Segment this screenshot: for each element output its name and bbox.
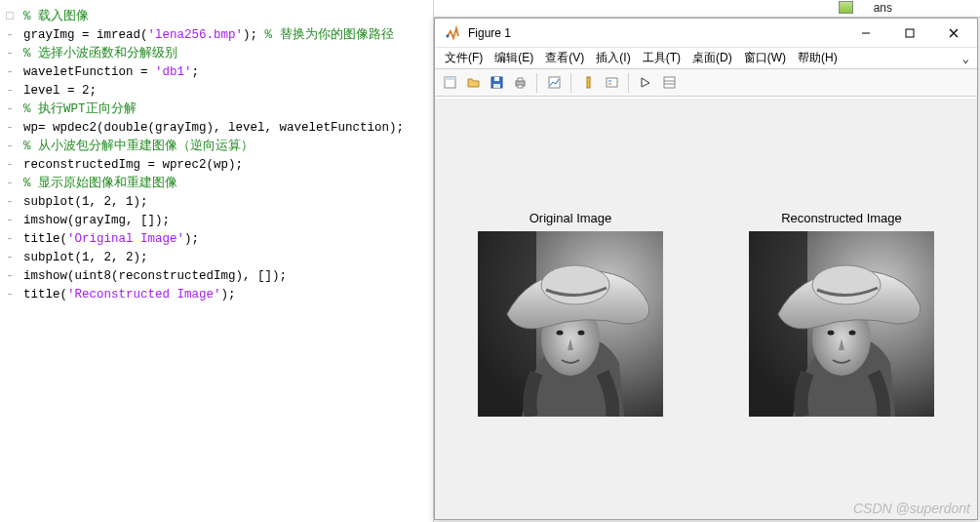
code-line[interactable]: -grayImg = imread('lena256.bmp'); % 替换为你…	[0, 26, 433, 45]
gutter-dash: □	[4, 8, 16, 26]
svg-point-24	[557, 331, 564, 336]
original-image	[478, 231, 663, 417]
save-icon[interactable]	[486, 72, 507, 94]
menu-edit[interactable]: 编辑(E)	[489, 50, 539, 66]
menubar[interactable]: 文件(F) 编辑(E) 查看(V) 插入(I) 工具(T) 桌面(D) 窗口(W…	[435, 48, 977, 69]
code-content: wp= wpdec2(double(grayImg), level, wavel…	[16, 119, 433, 138]
menu-window[interactable]: 窗口(W)	[738, 50, 792, 66]
code-content: title('Reconstructed Image');	[16, 286, 433, 304]
reconstructed-image	[749, 231, 934, 417]
insert-colorbar-icon[interactable]	[577, 72, 599, 94]
svg-point-30	[828, 331, 835, 336]
separator-icon	[628, 73, 629, 93]
code-content: subplot(1, 2, 1);	[16, 193, 433, 212]
gutter-dash: -	[4, 267, 16, 286]
titlebar[interactable]: Figure 1	[435, 19, 977, 48]
code-content: % 显示原始图像和重建图像	[16, 175, 433, 193]
workspace-strip: ans	[434, 0, 980, 18]
gutter-dash: -	[4, 26, 16, 45]
subplot-title: Original Image	[529, 211, 612, 225]
gutter-dash: -	[4, 193, 16, 212]
svg-rect-12	[518, 85, 523, 88]
code-line[interactable]: -level = 2;	[0, 82, 433, 100]
link-plot-icon[interactable]	[543, 72, 565, 94]
code-line[interactable]: -% 选择小波函数和分解级别	[0, 45, 433, 63]
gutter-dash: -	[4, 45, 16, 63]
svg-rect-15	[607, 78, 617, 87]
matlab-icon	[445, 25, 460, 41]
code-content: % 载入图像	[16, 8, 433, 26]
property-inspector-icon[interactable]	[658, 72, 680, 94]
code-line[interactable]: -title('Reconstructed Image');	[0, 286, 433, 304]
code-content: % 选择小波函数和分解级别	[16, 45, 433, 63]
close-button[interactable]	[931, 19, 975, 48]
gutter-dash: -	[4, 100, 16, 119]
variable-name: ans	[874, 1, 892, 15]
separator-icon	[536, 73, 537, 93]
svg-point-25	[578, 331, 585, 336]
code-line[interactable]: -imshow(uint8(reconstructedImg), []);	[0, 267, 433, 286]
code-content: imshow(uint8(reconstructedImg), []);	[16, 267, 433, 286]
window-title: Figure 1	[468, 26, 843, 40]
code-line[interactable]: -title('Original Image');	[0, 230, 433, 249]
code-line[interactable]: -subplot(1, 2, 2);	[0, 249, 433, 267]
code-line[interactable]: -reconstructedImg = wprec2(wp);	[0, 156, 433, 175]
minimize-button[interactable]	[843, 19, 887, 48]
figure-window[interactable]: Figure 1 文件(F) 编辑(E) 查看(V) 插入(I) 工具(T) 桌…	[434, 18, 978, 520]
code-content: level = 2;	[16, 82, 433, 100]
subplot-reconstructed: Reconstructed Image	[749, 211, 934, 417]
watermark: CSDN @superdont	[853, 501, 970, 516]
expand-icon[interactable]: ⌄	[959, 52, 973, 65]
figure-canvas: Original Image	[435, 99, 977, 519]
code-content: grayImg = imread('lena256.bmp'); % 替换为你的…	[16, 26, 433, 45]
code-content: reconstructedImg = wprec2(wp);	[16, 156, 433, 175]
svg-rect-9	[493, 84, 500, 88]
code-line[interactable]: -wp= wpdec2(double(grayImg), level, wave…	[0, 119, 433, 138]
code-line[interactable]: -waveletFunction = 'db1';	[0, 63, 433, 82]
edit-plot-icon[interactable]	[635, 72, 656, 94]
code-content: imshow(grayImg, []);	[16, 212, 433, 230]
gutter-dash: -	[4, 156, 16, 175]
svg-rect-6	[445, 77, 455, 80]
separator-icon	[570, 73, 571, 93]
code-line[interactable]: -subplot(1, 2, 1);	[0, 193, 433, 212]
code-content: subplot(1, 2, 2);	[16, 249, 433, 267]
gutter-dash: -	[4, 63, 16, 82]
code-content: waveletFunction = 'db1';	[16, 63, 433, 82]
gutter-dash: -	[4, 249, 16, 267]
subplot-original: Original Image	[478, 211, 663, 417]
menu-tools[interactable]: 工具(T)	[637, 50, 686, 66]
maximize-button[interactable]	[887, 19, 931, 48]
gutter-dash: -	[4, 230, 16, 249]
svg-rect-2	[906, 29, 914, 37]
gutter-dash: -	[4, 212, 16, 230]
gutter-dash: -	[4, 82, 16, 100]
menu-desktop[interactable]: 桌面(D)	[686, 50, 738, 66]
toolbar	[435, 69, 977, 97]
code-content: % 从小波包分解中重建图像（逆向运算）	[16, 138, 433, 156]
code-line[interactable]: -% 从小波包分解中重建图像（逆向运算）	[0, 138, 433, 156]
menu-help[interactable]: 帮助(H)	[792, 50, 843, 66]
menu-insert[interactable]: 插入(I)	[590, 50, 636, 66]
code-editor[interactable]: □% 载入图像-grayImg = imread('lena256.bmp');…	[0, 0, 434, 522]
open-icon[interactable]	[462, 72, 484, 94]
menu-view[interactable]: 查看(V)	[539, 50, 590, 66]
code-line[interactable]: -% 执行WPT正向分解	[0, 100, 433, 119]
gutter-dash: -	[4, 175, 16, 193]
print-icon[interactable]	[509, 72, 530, 94]
svg-point-31	[849, 331, 856, 336]
subplot-title: Reconstructed Image	[781, 211, 902, 225]
svg-rect-14	[587, 77, 590, 88]
code-line[interactable]: □% 载入图像	[0, 8, 433, 26]
code-line[interactable]: -imshow(grayImg, []);	[0, 212, 433, 230]
new-figure-icon[interactable]	[439, 72, 460, 94]
svg-rect-11	[518, 78, 523, 81]
svg-point-0	[447, 34, 450, 37]
gutter-dash: -	[4, 119, 16, 138]
gutter-dash: -	[4, 286, 16, 304]
svg-point-32	[812, 265, 881, 304]
code-line[interactable]: -% 显示原始图像和重建图像	[0, 175, 433, 193]
insert-legend-icon[interactable]	[601, 72, 622, 94]
menu-file[interactable]: 文件(F)	[439, 50, 489, 66]
svg-point-26	[541, 265, 609, 304]
